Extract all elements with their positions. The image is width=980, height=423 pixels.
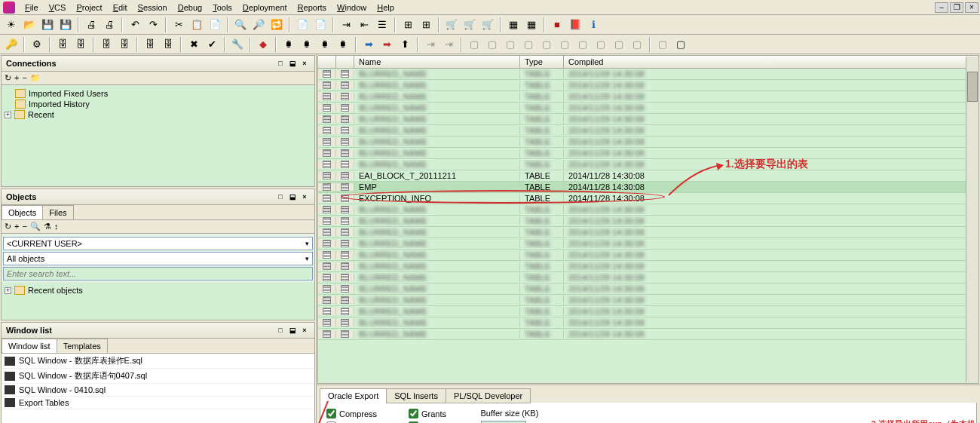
table-row[interactable]: BLURRED_NAMETABLE2014/11/28 14:30:08 [318, 91, 978, 103]
tab-windowlist[interactable]: Window list [2, 339, 57, 353]
misc10-icon[interactable]: ▢ [629, 36, 645, 53]
sort-icon[interactable]: ↕ [54, 222, 59, 231]
windowlist-item[interactable]: SQL Window - 0410.sql [2, 384, 314, 397]
add-icon[interactable]: + [14, 222, 19, 231]
remove-icon[interactable]: − [22, 222, 26, 231]
arrow-up-icon[interactable]: ⬆ [397, 36, 413, 53]
misc1-icon[interactable]: ▢ [466, 36, 482, 53]
grid-icon[interactable]: ▦ [505, 17, 522, 33]
table-row[interactable]: BLURRED_NAMETABLE2014/11/28 14:30:08 [318, 284, 978, 295]
vertical-scrollbar[interactable] [966, 57, 978, 382]
table-row[interactable]: BLURRED_NAMETABLE2014/11/28 14:30:08 [318, 125, 978, 136]
panel-pin-button[interactable]: ⬓ [287, 325, 298, 336]
windowlist-item[interactable]: Export Tables [2, 397, 314, 409]
tab-oracle-export[interactable]: Oracle Export [320, 388, 387, 403]
menu-file[interactable]: File [20, 2, 44, 14]
panel-dock-button[interactable]: □ [275, 192, 286, 202]
table-row[interactable]: BLURRED_NAMETABLE2014/11/28 14:30:08 [318, 159, 978, 170]
table-row[interactable]: BLURRED_NAMETABLE2014/11/28 14:30:08 [318, 317, 978, 329]
print-icon[interactable]: 🖨 [83, 17, 100, 33]
search-input[interactable] [3, 267, 313, 280]
misc2-icon[interactable]: ▢ [484, 36, 501, 53]
misc12-icon[interactable]: ▢ [672, 36, 689, 53]
menu-debug[interactable]: Debug [173, 2, 207, 14]
menu-tools[interactable]: Tools [207, 2, 237, 14]
table-row[interactable]: BLURRED_NAMETABLE2014/11/28 14:30:08 [318, 136, 978, 148]
cart-icon[interactable]: 🛒 [443, 17, 460, 33]
cut-icon[interactable]: ✂ [170, 17, 187, 33]
refresh-icon[interactable]: ↻ [5, 222, 11, 231]
paste-icon[interactable]: 📄 [207, 17, 223, 33]
misc9-icon[interactable]: ▢ [611, 36, 627, 53]
panel-close-button[interactable]: × [299, 325, 310, 336]
saveall-icon[interactable]: 💾 [57, 17, 74, 33]
filter-icon[interactable]: ⚗ [44, 222, 51, 231]
menu-vcs[interactable]: VCS [44, 2, 72, 14]
db4-icon[interactable]: 🗄 [116, 36, 133, 53]
table-row[interactable]: BLURRED_NAMETABLE2014/11/28 14:30:08 [318, 250, 978, 261]
misc4-icon[interactable]: ▢ [520, 36, 537, 53]
db2-icon[interactable]: 🗄 [72, 36, 89, 53]
panel-pin-button[interactable]: ⬓ [287, 192, 298, 202]
table-row[interactable]: BLURRED_NAMETABLE2014/11/28 14:30:08 [318, 329, 978, 340]
windowlist-item[interactable]: SQL Window - 数据库表操作E.sql [2, 354, 314, 369]
current-user-dropdown[interactable]: <CURRENT USER>▾ [3, 237, 313, 250]
doc2-icon[interactable]: 📄 [312, 17, 329, 33]
copy-icon[interactable]: 📋 [188, 17, 205, 33]
close-button[interactable]: × [965, 2, 978, 13]
panel-close-button[interactable]: × [299, 58, 310, 69]
table-row[interactable]: BLURRED_NAMETABLE2014/11/28 14:30:08 [318, 306, 978, 317]
refresh-icon[interactable]: ↻ [5, 73, 11, 83]
grants-checkbox[interactable] [409, 409, 418, 418]
table-row[interactable]: BLURRED_NAMETABLE2014/11/28 14:30:08 [318, 227, 978, 238]
eraser3-icon[interactable]: ⧯ [317, 36, 333, 53]
table-row[interactable]: BLURRED_NAMETABLE2014/11/28 14:30:08 [318, 148, 978, 159]
panel-pin-button[interactable]: ⬓ [287, 58, 298, 69]
pdf-icon[interactable]: 📕 [567, 17, 583, 33]
misc5-icon[interactable]: ▢ [538, 36, 555, 53]
compress-checkbox[interactable] [326, 409, 336, 418]
tree-item[interactable]: +Recent [5, 109, 311, 120]
misc6-icon[interactable]: ▢ [556, 36, 573, 53]
panel-dock-button[interactable]: □ [275, 58, 286, 69]
open-icon[interactable]: 📂 [21, 17, 38, 33]
arrow-blue-icon[interactable]: ➡ [360, 36, 377, 53]
info-icon[interactable]: ℹ [585, 17, 602, 33]
tab-plsql-dev[interactable]: PL/SQL Developer [446, 388, 531, 403]
tree-item[interactable]: Imported History [5, 99, 311, 109]
panel-dock-button[interactable]: □ [275, 325, 286, 336]
table-row[interactable]: BLURRED_NAMETABLE2014/11/28 14:30:08 [318, 216, 978, 227]
replace-icon[interactable]: 🔁 [268, 17, 285, 33]
grid2-icon[interactable]: ▦ [523, 17, 540, 33]
all-objects-dropdown[interactable]: All objects▾ [3, 252, 313, 265]
restore-button[interactable]: ❐ [950, 2, 963, 13]
table-row[interactable]: BLURRED_NAMETABLE2014/11/28 14:30:08 [318, 238, 978, 250]
panel-close-button[interactable]: × [299, 192, 310, 202]
misc3-icon[interactable]: ▢ [502, 36, 519, 53]
find-icon[interactable]: 🔍 [232, 17, 249, 33]
eraser1-icon[interactable]: ⧯ [280, 36, 297, 53]
cart2-icon[interactable]: 🛒 [461, 17, 478, 33]
tree-item-recent[interactable]: + Recent objects [5, 285, 311, 296]
red-square-icon[interactable]: ■ [549, 17, 565, 33]
doc-icon[interactable]: 📄 [294, 17, 311, 33]
cart3-icon[interactable]: 🛒 [479, 17, 496, 33]
table-row[interactable]: BLURRED_NAMETABLE2014/11/28 14:30:08 [318, 295, 978, 306]
undo-icon[interactable]: ↶ [127, 17, 143, 33]
table-row[interactable]: BLURRED_NAMETABLE2014/11/28 14:30:08 [318, 114, 978, 125]
misc7-icon[interactable]: ▢ [574, 36, 591, 53]
indent-icon[interactable]: ⇥ [338, 17, 354, 33]
table-row[interactable]: BLURRED_NAMETABLE2014/11/28 14:30:08 [318, 103, 978, 114]
wrench-icon[interactable]: 🔧 [229, 36, 246, 53]
eraser4-icon[interactable]: ⧯ [335, 36, 351, 53]
table-row[interactable]: BLURRED_NAMETABLE2014/11/28 14:30:08 [318, 272, 978, 284]
print2-icon[interactable]: 🖨 [101, 17, 118, 33]
menu-session[interactable]: Session [133, 2, 173, 14]
outdent-icon[interactable]: ⇤ [356, 17, 372, 33]
redo-icon[interactable]: ↷ [145, 17, 161, 33]
db3-icon[interactable]: 🗄 [98, 36, 115, 53]
window-icon[interactable]: ⊞ [400, 17, 416, 33]
cancel-icon[interactable]: ✖ [185, 36, 202, 53]
tab-templates[interactable]: Templates [57, 339, 108, 353]
menu-project[interactable]: Project [71, 2, 107, 14]
